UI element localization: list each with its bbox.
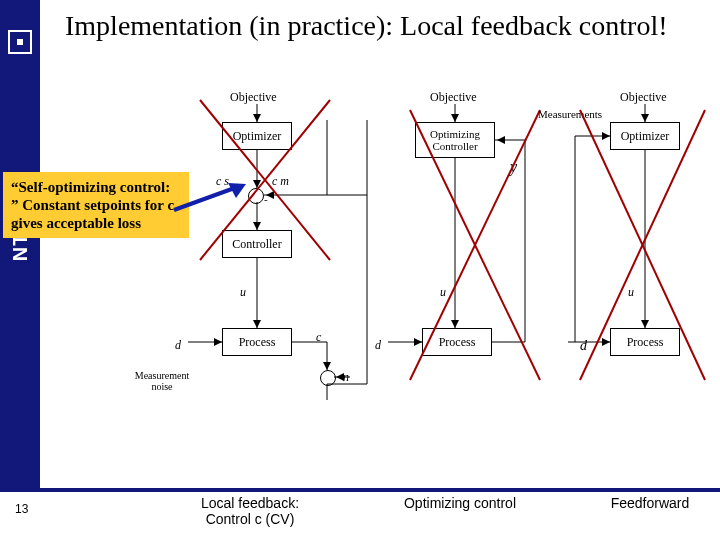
caption-col1: Local feedback: Control c (CV)	[170, 495, 330, 527]
svg-line-47	[174, 186, 240, 210]
caption-col3: Feedforward	[590, 495, 710, 511]
page-number: 13	[15, 502, 28, 516]
diagram-stage: Objective Optimizer c s c m - Controller…	[20, 80, 720, 490]
slide-title: Implementation (in practice): Local feed…	[65, 8, 710, 43]
footer-bar	[0, 488, 720, 492]
callout-self-optimizing: “Self-optimizing control: ” Constant set…	[3, 172, 189, 238]
arrow-callout-icon	[170, 180, 260, 220]
ntnu-logo-icon	[8, 30, 32, 54]
caption-col2: Optimizing control	[380, 495, 540, 511]
cross-out-3	[575, 100, 715, 390]
